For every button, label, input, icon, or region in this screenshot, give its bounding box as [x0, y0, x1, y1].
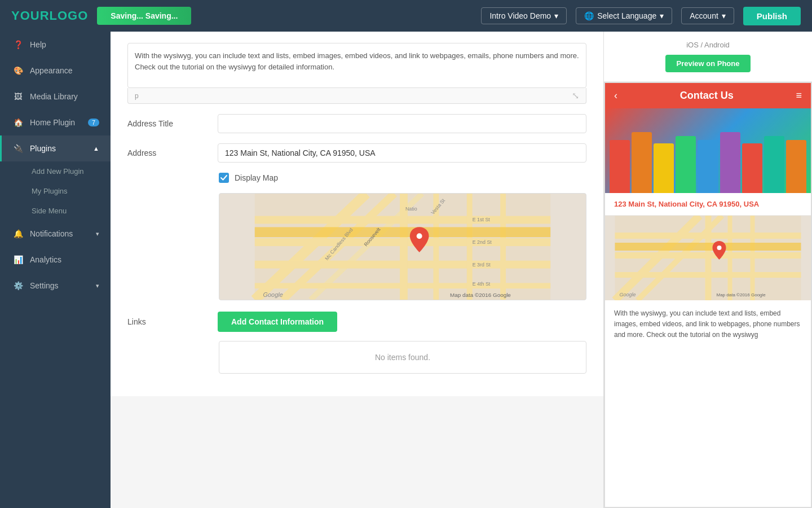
sidebar: ❓ Help 🎨 Appearance 🖼 Media Library 🏠 Ho…: [0, 32, 111, 508]
links-section: Links Add Contact Information No items f…: [127, 312, 586, 374]
select-language-button[interactable]: 🌐 Select Language ▾: [576, 7, 672, 24]
svg-text:Map data ©2016 Google: Map data ©2016 Google: [717, 292, 766, 297]
media-icon: 🖼: [13, 91, 23, 102]
address-title-input[interactable]: [218, 114, 586, 133]
sidebar-item-label: Analytics: [30, 255, 61, 264]
settings-icon: ⚙️: [13, 281, 23, 291]
chevron-down-icon: ▾: [96, 230, 99, 238]
svg-text:E 4th St: E 4th St: [473, 281, 491, 287]
sidebar-item-notifications[interactable]: 🔔 Notifications ▾: [0, 221, 111, 247]
chevron-down-icon: ▾: [554, 11, 558, 20]
sidebar-item-label: Settings: [30, 281, 59, 290]
phone-map: Google Map data ©2016 Google: [605, 216, 811, 300]
language-icon: 🌐: [584, 11, 594, 20]
help-icon: ❓: [13, 40, 23, 50]
preview-panel: iOS / Android Preview on Phone ‹ Contact…: [603, 32, 812, 508]
content-area: With the wysiwyg, you can include text a…: [111, 32, 603, 508]
select-language-label: Select Language: [597, 11, 656, 20]
sidebar-item-add-new-plugin[interactable]: Add New Plugin: [23, 161, 111, 181]
map-container: Google Map data ©2016 Google Vesta St Mc…: [219, 193, 586, 300]
saving-button[interactable]: Saving... Saving...: [97, 7, 191, 25]
wysiwyg-tag: p: [135, 92, 139, 100]
chevron-down-icon: ▾: [660, 11, 664, 20]
display-map-checkbox[interactable]: [219, 173, 229, 183]
svg-text:Map data ©2016 Google: Map data ©2016 Google: [450, 292, 511, 298]
svg-text:Google: Google: [263, 291, 283, 298]
phone-mockup: ‹ Contact Us ≡ 123 Main: [604, 82, 812, 508]
svg-point-35: [717, 246, 722, 250]
links-label: Links: [127, 312, 206, 326]
sidebar-item-media-library[interactable]: 🖼 Media Library: [0, 84, 111, 110]
chevron-down-icon: ▾: [96, 282, 99, 290]
main-layout: ❓ Help 🎨 Appearance 🖼 Media Library 🏠 Ho…: [0, 32, 812, 508]
phone-content-text: With the wysiwyg, you can include text a…: [605, 300, 811, 349]
appearance-icon: 🎨: [13, 65, 23, 76]
address-title-label: Address Title: [127, 119, 206, 128]
sidebar-item-settings[interactable]: ⚙️ Settings ▾: [0, 273, 111, 299]
sidebar-item-analytics[interactable]: 📊 Analytics: [0, 247, 111, 273]
intro-video-label: Intro Video Demo: [489, 11, 551, 20]
svg-rect-11: [500, 194, 506, 300]
sidebar-item-home-plugin[interactable]: 🏠 Home Plugin 7: [0, 110, 111, 135]
analytics-icon: 📊: [13, 255, 23, 265]
svg-text:E 3rd St: E 3rd St: [473, 262, 491, 268]
phone-address: 123 Main St, National City, CA 91950, US…: [605, 193, 811, 216]
chevron-up-icon: ▲: [93, 145, 99, 152]
sidebar-item-appearance[interactable]: 🎨 Appearance: [0, 58, 111, 84]
svg-rect-10: [467, 194, 473, 300]
chevron-down-icon: ▾: [722, 11, 726, 20]
map-svg: Google Map data ©2016 Google Vesta St Mc…: [219, 194, 586, 300]
account-label: Account: [690, 11, 718, 20]
svg-text:Natio: Natio: [405, 206, 417, 212]
sidebar-item-label: Media Library: [30, 92, 78, 101]
plugins-submenu: Add New Plugin My Plugins Side Menu: [0, 161, 111, 221]
wysiwyg-editor[interactable]: With the wysiwyg, you can include text a…: [127, 43, 586, 88]
sidebar-item-side-menu[interactable]: Side Menu: [23, 201, 111, 221]
preview-header: iOS / Android Preview on Phone: [604, 32, 812, 82]
svg-rect-31: [705, 216, 712, 300]
svg-text:E 2nd St: E 2nd St: [473, 239, 492, 245]
svg-rect-12: [255, 227, 550, 237]
form-panel: With the wysiwyg, you can include text a…: [111, 32, 603, 396]
sidebar-item-plugins[interactable]: 🔌 Plugins ▲: [0, 135, 111, 161]
sidebar-item-label: Appearance: [30, 66, 73, 75]
logo-logo: LOGO: [50, 8, 89, 23]
phone-hero-image: [605, 108, 811, 193]
svg-rect-33: [751, 216, 755, 300]
resize-handle[interactable]: ⤡: [572, 90, 579, 101]
no-items-text: No items found.: [375, 353, 430, 362]
address-row: Address: [127, 143, 586, 163]
plugin-icon: 🔌: [13, 143, 23, 154]
address-title-row: Address Title: [127, 114, 586, 133]
sidebar-item-label: Help: [30, 40, 46, 49]
topbar: YOURLOGO Saving... Saving... Intro Video…: [0, 0, 812, 32]
svg-text:Google: Google: [620, 292, 636, 297]
display-map-row: Display Map: [219, 173, 586, 183]
svg-text:E 1st St: E 1st St: [473, 217, 491, 222]
sidebar-item-label: Home Plugin: [30, 118, 75, 127]
bell-icon: 🔔: [13, 229, 23, 239]
address-input[interactable]: [218, 143, 586, 163]
svg-rect-34: [615, 243, 801, 251]
svg-point-14: [417, 233, 422, 239]
display-map-label: Display Map: [235, 173, 278, 182]
account-button[interactable]: Account ▾: [681, 7, 734, 24]
add-new-plugin-label: Add New Plugin: [32, 167, 84, 176]
logo: YOURLOGO: [11, 8, 88, 23]
sidebar-item-label: Plugins: [30, 144, 56, 153]
add-contact-button[interactable]: Add Contact Information: [218, 312, 337, 332]
wysiwyg-content: With the wysiwyg, you can include text a…: [135, 51, 579, 71]
svg-rect-32: [728, 216, 732, 300]
platform-label: iOS / Android: [613, 41, 803, 49]
home-icon: 🏠: [13, 117, 23, 128]
preview-phone-button[interactable]: Preview on Phone: [665, 55, 751, 72]
sidebar-item-help[interactable]: ❓ Help: [0, 32, 111, 58]
logo-your: YOUR: [11, 8, 50, 23]
phone-title: Contact Us: [617, 90, 796, 102]
publish-button[interactable]: Publish: [743, 7, 801, 25]
sidebar-item-my-plugins[interactable]: My Plugins: [23, 181, 111, 201]
my-plugins-label: My Plugins: [32, 187, 68, 195]
phone-menu-icon[interactable]: ≡: [796, 90, 802, 102]
home-plugin-badge: 7: [88, 119, 99, 126]
intro-video-button[interactable]: Intro Video Demo ▾: [481, 7, 567, 24]
